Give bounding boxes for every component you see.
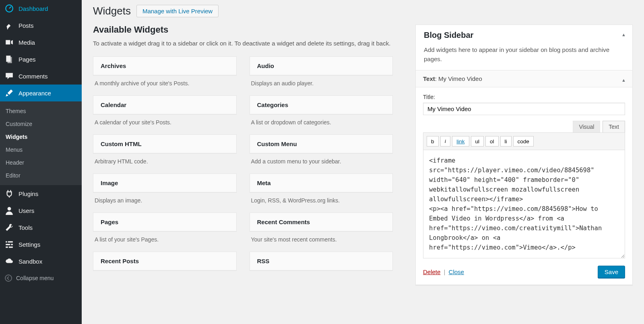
- close-link[interactable]: Close: [449, 268, 464, 275]
- widget-calendar[interactable]: Calendar: [93, 95, 237, 114]
- widget-desc: Your site's most recent comments.: [250, 231, 393, 246]
- admin-sidebar: DashboardPostsMediaPagesCommentsAppearan…: [0, 0, 82, 324]
- separator: |: [442, 268, 447, 275]
- available-widget: RSS: [250, 252, 393, 270]
- wrench-icon: [5, 223, 14, 232]
- submenu-item-customize[interactable]: Customize: [0, 118, 82, 130]
- cloud-icon: [5, 257, 14, 266]
- widget-recent-comments[interactable]: Recent Comments: [250, 213, 393, 231]
- widget-desc: Displays an audio player.: [250, 75, 393, 90]
- page-icon: [5, 55, 14, 64]
- sidebar-item-appearance[interactable]: Appearance: [0, 85, 82, 101]
- submenu-item-menus[interactable]: Menus: [0, 143, 82, 156]
- widget-archives[interactable]: Archives: [93, 56, 237, 75]
- widget-instance-header[interactable]: Text: My Vimeo Video ▲: [416, 70, 632, 87]
- brush-icon: [5, 89, 14, 97]
- save-button[interactable]: Save: [598, 266, 625, 278]
- widget-custom-menu[interactable]: Custom Menu: [250, 134, 393, 153]
- sidebar-item-pages[interactable]: Pages: [0, 51, 82, 68]
- visual-tab[interactable]: Visual: [573, 121, 600, 132]
- text-tab[interactable]: Text: [603, 121, 625, 132]
- submenu-item-themes[interactable]: Themes: [0, 105, 82, 118]
- widget-content-textarea[interactable]: [423, 150, 625, 258]
- live-preview-button[interactable]: Manage with Live Preview: [136, 5, 219, 17]
- svg-rect-1: [6, 40, 10, 45]
- widget-audio[interactable]: Audio: [250, 56, 393, 75]
- ol-button[interactable]: ol: [485, 136, 499, 147]
- available-desc: To activate a widget drag it to a sideba…: [93, 39, 393, 48]
- available-widget: CategoriesA list or dropdown of categori…: [250, 95, 393, 129]
- comment-icon: [5, 72, 14, 80]
- submenu-item-header[interactable]: Header: [0, 156, 82, 169]
- sidebar-item-label: Appearance: [19, 90, 51, 97]
- widget-image[interactable]: Image: [93, 173, 237, 192]
- sidebar-item-media[interactable]: Media: [0, 34, 82, 51]
- sidebar-item-label: Comments: [19, 73, 48, 80]
- blog-sidebar-title: Blog Sidebar: [424, 31, 473, 39]
- widget-title-input[interactable]: [423, 103, 625, 115]
- bold-button[interactable]: b: [427, 136, 439, 147]
- sidebar-item-dashboard[interactable]: Dashboard: [0, 0, 82, 17]
- widget-desc: Login, RSS, & WordPress.org links.: [250, 192, 393, 207]
- widget-custom-html[interactable]: Custom HTML: [93, 134, 237, 153]
- svg-rect-6: [6, 244, 13, 245]
- italic-button[interactable]: i: [440, 136, 451, 147]
- svg-rect-7: [6, 247, 13, 248]
- sliders-icon: [5, 240, 14, 249]
- svg-rect-8: [7, 241, 8, 243]
- text-widget-instance: Text: My Vimeo Video ▲ Title: Visual Tex…: [415, 70, 633, 285]
- sidebar-item-label: Pages: [19, 56, 36, 63]
- delete-link[interactable]: Delete: [423, 268, 440, 275]
- available-widget: ArchivesA monthly archive of your site's…: [93, 56, 237, 90]
- ul-button[interactable]: ul: [471, 136, 484, 147]
- page-header: Widgets Manage with Live Preview: [93, 5, 633, 17]
- title-field-label: Title:: [423, 94, 625, 100]
- sidebar-item-plugins[interactable]: Plugins: [0, 185, 82, 202]
- li-button[interactable]: li: [500, 136, 512, 147]
- blog-sidebar-desc: Add widgets here to appear in your sideb…: [416, 45, 632, 70]
- sidebar-item-settings[interactable]: Settings: [0, 236, 82, 253]
- widget-desc: A monthly archive of your site's Posts.: [93, 75, 237, 90]
- submenu-item-editor[interactable]: Editor: [0, 169, 82, 182]
- sidebar-item-label: Dashboard: [19, 5, 48, 12]
- svg-rect-5: [6, 241, 13, 242]
- widget-rss[interactable]: RSS: [250, 252, 393, 270]
- widget-categories[interactable]: Categories: [250, 95, 393, 114]
- blog-sidebar-header[interactable]: Blog Sidebar ▲: [416, 25, 632, 45]
- available-widget: AudioDisplays an audio player.: [250, 56, 393, 90]
- triangle-up-icon: ▲: [621, 78, 626, 83]
- submenu-item-widgets[interactable]: Widgets: [0, 130, 82, 143]
- svg-rect-10: [8, 246, 9, 248]
- appearance-submenu: ThemesCustomizeWidgetsMenusHeaderEditor: [0, 101, 82, 185]
- widget-title-suffix: : My Vimeo Video: [435, 75, 482, 82]
- code-button[interactable]: code: [513, 136, 534, 147]
- sidebar-item-comments[interactable]: Comments: [0, 68, 82, 85]
- main-content: Widgets Manage with Live Preview Availab…: [82, 0, 644, 324]
- sidebar-item-label: Users: [19, 207, 34, 214]
- widget-meta[interactable]: Meta: [250, 173, 393, 192]
- available-widget: MetaLogin, RSS, & WordPress.org links.: [250, 173, 393, 207]
- plug-icon: [5, 189, 14, 198]
- available-widgets-section: Available Widgets To activate a widget d…: [93, 25, 393, 276]
- widget-instance-body: Title: Visual Text b i link ul ol: [416, 87, 632, 285]
- collapse-menu[interactable]: Collapse menu: [0, 270, 82, 287]
- available-widget: Custom MenuAdd a custom menu to your sid…: [250, 134, 393, 168]
- widget-areas-column: Blog Sidebar ▲ Add widgets here to appea…: [415, 25, 633, 285]
- sidebar-item-tools[interactable]: Tools: [0, 219, 82, 236]
- widget-pages[interactable]: Pages: [93, 213, 237, 231]
- sidebar-item-sandbox[interactable]: Sandbox: [0, 253, 82, 270]
- sidebar-item-posts[interactable]: Posts: [0, 17, 82, 34]
- widget-recent-posts[interactable]: Recent Posts: [93, 252, 237, 270]
- link-button[interactable]: link: [452, 136, 469, 147]
- available-widget: Custom HTMLArbitrary HTML code.: [93, 134, 237, 168]
- svg-rect-3: [8, 57, 12, 63]
- sidebar-item-label: Plugins: [19, 190, 38, 197]
- sidebar-item-users[interactable]: Users: [0, 202, 82, 219]
- collapse-label: Collapse menu: [16, 275, 54, 281]
- sidebar-item-label: Media: [19, 39, 35, 46]
- available-widget: ImageDisplays an image.: [93, 173, 237, 207]
- widget-desc: Displays an image.: [93, 192, 237, 207]
- media-icon: [5, 38, 14, 47]
- sidebar-item-label: Posts: [19, 22, 34, 29]
- page-title: Widgets: [93, 5, 131, 17]
